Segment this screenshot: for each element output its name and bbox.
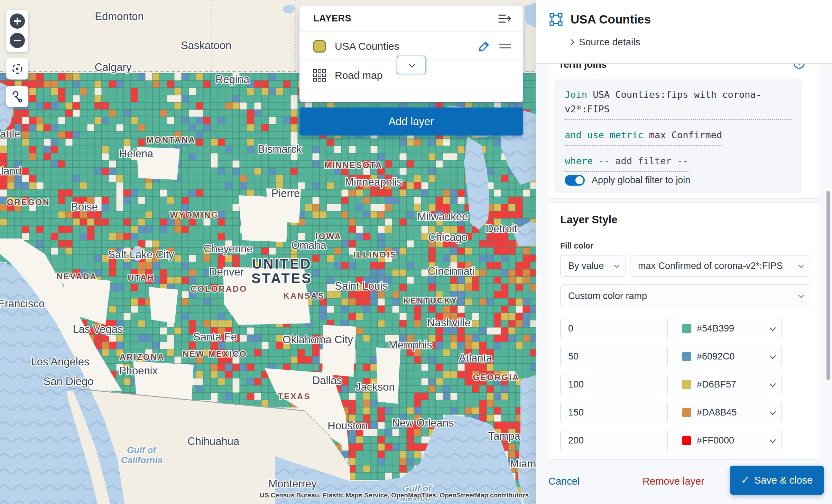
- flyout-title: USA Counties: [571, 12, 651, 26]
- chevron-down-icon: [769, 437, 776, 443]
- color-stop-row: 100 #D6BF57: [560, 374, 810, 395]
- vector-square-icon: [549, 12, 563, 26]
- crosshair-icon: [10, 62, 24, 76]
- color-stop-row: 150 #DA8B45: [560, 402, 810, 423]
- save-and-close-button[interactable]: ✓ Save & close: [730, 466, 824, 495]
- metric-clause[interactable]: and use metric max Confirmed: [565, 128, 722, 146]
- layer-settings-flyout: USA Counties Source details Term joins +…: [536, 0, 832, 504]
- zoom-in-button[interactable]: [10, 13, 25, 29]
- chevron-down-icon: [769, 353, 776, 359]
- svg-text:NEVADA: NEVADA: [56, 272, 97, 281]
- global-filter-toggle[interactable]: [565, 175, 585, 186]
- chevron-right-icon: [568, 39, 574, 45]
- stop-color-select[interactable]: #54B399: [675, 318, 782, 339]
- stop-color-select[interactable]: #D6BF57: [675, 374, 782, 395]
- join-clause[interactable]: Join USA Counties:fips with corona-v2*:F…: [565, 87, 792, 120]
- flyout-header: USA Counties Source details: [536, 0, 832, 64]
- stop-value-input[interactable]: 150: [560, 402, 668, 423]
- svg-text:Dallas: Dallas: [312, 374, 342, 386]
- collapse-panel-icon[interactable]: [498, 13, 511, 24]
- stop-value-input[interactable]: 200: [560, 430, 668, 451]
- svg-text:Nashville: Nashville: [427, 317, 471, 329]
- svg-text:Portland: Portland: [0, 165, 21, 177]
- svg-text:Jackson: Jackson: [355, 381, 395, 393]
- color-stop-row: 200 #FF0000: [560, 430, 810, 451]
- flyout-scrollbar[interactable]: [826, 191, 830, 380]
- stop-value-input[interactable]: 100: [560, 374, 668, 395]
- svg-text:Milwaukee: Milwaukee: [417, 211, 468, 223]
- map-canvas[interactable]: MONTANAMINNESOTAWYOMINGNEVADAUTAHCOLORAD…: [0, 0, 536, 504]
- svg-text:ARIZONA: ARIZONA: [120, 352, 165, 362]
- svg-text:KANSAS: KANSAS: [283, 291, 324, 300]
- cancel-button[interactable]: Cancel: [548, 476, 580, 487]
- svg-text:KENTUCKY: KENTUCKY: [403, 296, 457, 305]
- svg-text:STATES: STATES: [251, 271, 312, 286]
- zoom-out-button[interactable]: [10, 33, 25, 48]
- svg-text:WYOMING: WYOMING: [170, 210, 219, 220]
- color-swatch: [682, 352, 691, 361]
- flyout-footer: Cancel Remove layer ✓ Save & close: [536, 460, 832, 504]
- elastic-maps-app: MONTANAMINNESOTAWYOMINGNEVADAUTAHCOLORAD…: [0, 0, 832, 504]
- svg-text:Regina: Regina: [215, 73, 250, 85]
- svg-text:Boise: Boise: [71, 201, 98, 213]
- join-expression[interactable]: Join USA Counties:fips with corona-v2*:F…: [554, 79, 802, 193]
- svg-text:GEORGIA: GEORGIA: [473, 373, 519, 382]
- color-stop-row: 0 #54B399: [560, 318, 810, 339]
- svg-text:Las Vegas: Las Vegas: [73, 323, 123, 335]
- svg-text:NEW MEXICO: NEW MEXICO: [182, 349, 247, 358]
- color-swatch: [682, 436, 691, 445]
- stop-value-input[interactable]: 0: [560, 318, 668, 339]
- stop-color-select[interactable]: #FF0000: [675, 430, 782, 451]
- svg-text:Miami: Miami: [510, 458, 536, 470]
- chevron-down-icon: [769, 409, 776, 415]
- stop-value-input[interactable]: 50: [560, 346, 668, 367]
- color-swatch: [682, 380, 691, 389]
- svg-text:Houston: Houston: [327, 420, 367, 432]
- layer-style-card: Layer Style Fill color By value max Conf…: [548, 202, 821, 460]
- remove-layer-button[interactable]: Remove layer: [643, 476, 704, 487]
- drag-handle-icon[interactable]: [499, 44, 511, 48]
- chevron-down-icon: [769, 325, 776, 331]
- reorder-chevron-button[interactable]: [397, 56, 426, 74]
- svg-text:Francisco: Francisco: [0, 298, 45, 310]
- term-joins-card: Term joins + Join USA Counties:fips with…: [548, 52, 821, 199]
- svg-text:Minneapolis: Minneapolis: [345, 176, 402, 188]
- svg-text:UTAH: UTAH: [128, 273, 155, 282]
- map-attribution: US Census Bureau, Elastic Maps Service, …: [260, 492, 529, 499]
- svg-text:Saint Louis: Saint Louis: [335, 280, 388, 292]
- where-clause[interactable]: where -- add filter --: [565, 154, 688, 172]
- layer-label: USA Counties: [335, 40, 478, 52]
- svg-text:Tampa: Tampa: [488, 430, 520, 442]
- stop-color-select[interactable]: #DA8B45: [675, 402, 782, 423]
- svg-text:Cheyenne: Cheyenne: [204, 243, 252, 255]
- basemap-grid-icon: [313, 69, 326, 82]
- map-tools-button[interactable]: [6, 86, 28, 107]
- svg-text:UNITED: UNITED: [252, 256, 312, 271]
- svg-text:Gulf of: Gulf of: [127, 445, 157, 455]
- edit-pencil-icon[interactable]: [478, 40, 490, 53]
- add-layer-button[interactable]: Add layer: [299, 108, 523, 136]
- source-details-toggle[interactable]: Source details: [569, 37, 832, 48]
- fill-metric-select[interactable]: max Confirmed of corona-v2*:FIPS: [630, 255, 810, 277]
- svg-text:Cincinnati: Cincinnati: [428, 265, 475, 277]
- layers-panel-header: LAYERS: [299, 6, 523, 32]
- svg-text:Seattle: Seattle: [0, 128, 20, 140]
- svg-text:TEXAS: TEXAS: [278, 392, 311, 401]
- svg-text:MINNESOTA: MINNESOTA: [324, 160, 382, 170]
- fill-mode-select[interactable]: By value: [560, 255, 626, 277]
- stop-color-select[interactable]: #6092C0: [675, 346, 782, 367]
- svg-text:Oklahoma City: Oklahoma City: [283, 334, 353, 346]
- svg-text:ILLINOIS: ILLINOIS: [353, 250, 397, 259]
- set-view-button[interactable]: [6, 58, 28, 80]
- color-stop-row: 50 #6092C0: [560, 346, 810, 367]
- color-swatch: [682, 408, 691, 417]
- svg-text:California: California: [121, 455, 163, 465]
- layer-style-heading: Layer Style: [548, 203, 821, 226]
- svg-text:Pierre: Pierre: [271, 187, 300, 199]
- color-ramp-select[interactable]: Custom color ramp: [560, 284, 810, 307]
- chevron-down-icon: [769, 381, 776, 387]
- svg-text:San Diego: San Diego: [44, 375, 94, 388]
- svg-text:Detroit: Detroit: [486, 223, 517, 235]
- svg-text:Memphis: Memphis: [389, 339, 432, 351]
- layers-panel-title: LAYERS: [313, 13, 351, 24]
